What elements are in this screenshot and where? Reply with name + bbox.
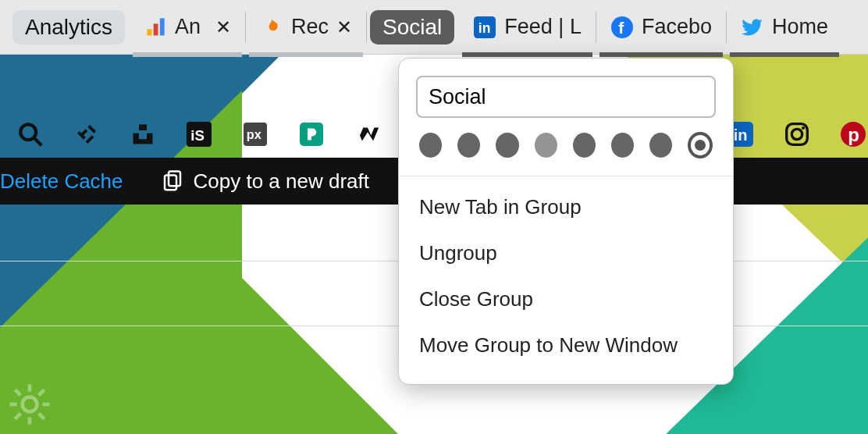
svg-rect-2	[160, 18, 165, 35]
pixabay-icon[interactable]: px	[240, 119, 270, 149]
tab-title: Feed | L	[504, 15, 582, 39]
tab-divider	[726, 12, 727, 43]
facebook-icon: f	[610, 16, 634, 39]
color-swatch[interactable]	[419, 133, 442, 158]
color-swatch[interactable]	[573, 133, 596, 158]
copy-to-draft-button[interactable]: Copy to a new draft	[151, 169, 379, 194]
svg-text:p: p	[848, 124, 859, 145]
svg-line-32	[39, 390, 44, 395]
group-color-picker	[399, 132, 733, 176]
pinterest-icon[interactable]: p	[838, 119, 868, 149]
svg-rect-22	[165, 176, 176, 190]
svg-line-31	[15, 414, 20, 419]
tabgroup-label-analytics[interactable]: Analytics	[12, 10, 125, 44]
tab-title: An	[175, 15, 208, 39]
menu-close-group[interactable]: Close Group	[399, 276, 733, 322]
instagram-icon[interactable]	[782, 119, 812, 149]
unsplash-icon[interactable]	[128, 119, 158, 149]
svg-point-19	[802, 126, 805, 130]
tab-social-facebook[interactable]: f Facebo	[599, 5, 723, 49]
menu-divider	[399, 176, 733, 176]
tabgroup-context-menu: New Tab in Group Ungroup Close Group Mov…	[398, 58, 734, 385]
svg-line-29	[15, 390, 20, 395]
decorative-triangle-green-left2	[133, 169, 422, 434]
gear-icon	[8, 382, 52, 426]
menu-move-to-new-window[interactable]: Move Group to New Window	[399, 322, 733, 368]
tab-divider	[366, 12, 367, 43]
tab-social-linkedin[interactable]: in Feed | L	[462, 5, 592, 49]
twitter-icon	[741, 16, 764, 39]
copy-pages-icon	[161, 169, 184, 193]
color-swatch[interactable]	[457, 133, 480, 158]
svg-point-7	[20, 124, 36, 140]
svg-rect-0	[148, 29, 152, 35]
action-label: Copy to a new draft	[194, 169, 369, 194]
search-icon[interactable]	[16, 119, 45, 149]
flame-icon	[260, 16, 283, 39]
action-label: Delete Cache	[0, 169, 123, 194]
color-swatch[interactable]	[649, 133, 672, 158]
tab-analytics-1[interactable]: An ✕	[133, 5, 242, 49]
svg-text:in: in	[478, 20, 491, 36]
tab-analytics-2[interactable]: Rec ✕	[249, 5, 363, 49]
svg-point-24	[23, 397, 37, 412]
color-swatch[interactable]	[535, 133, 557, 158]
color-swatch[interactable]	[496, 133, 518, 158]
svg-text:iS: iS	[190, 127, 205, 144]
close-icon[interactable]: ✕	[336, 16, 352, 38]
tab-title: Facebo	[642, 15, 712, 39]
svg-line-8	[34, 137, 41, 145]
tab-title: Home	[772, 15, 828, 39]
tab-divider	[596, 12, 596, 43]
svg-rect-23	[169, 172, 180, 187]
group-name-input[interactable]	[416, 76, 716, 118]
menu-new-tab-in-group[interactable]: New Tab in Group	[399, 184, 733, 230]
svg-line-30	[39, 414, 44, 419]
brand-w-icon[interactable]	[353, 119, 382, 149]
linkedin-icon: in	[473, 16, 496, 39]
pexels-icon[interactable]	[297, 119, 326, 149]
tab-social-twitter[interactable]: Home	[730, 5, 839, 49]
tabgroup-label-social[interactable]: Social	[370, 10, 454, 44]
svg-rect-1	[154, 23, 158, 35]
svg-point-18	[792, 129, 802, 139]
svg-text:px: px	[247, 127, 261, 141]
analytics-bars-icon	[144, 16, 167, 39]
color-swatch-selected[interactable]	[688, 132, 713, 158]
close-icon[interactable]: ✕	[215, 16, 231, 38]
tab-divider	[245, 12, 246, 43]
tabstrip: Analytics An ✕ Rec ✕ Social in Feed | L …	[0, 0, 868, 55]
svg-text:f: f	[618, 19, 624, 37]
tab-title: Rec	[291, 15, 329, 39]
svg-text:in: in	[734, 126, 748, 144]
color-swatch[interactable]	[611, 133, 634, 158]
istock-icon[interactable]: iS	[184, 119, 214, 149]
menu-ungroup[interactable]: Ungroup	[399, 230, 733, 276]
squarespace-icon[interactable]	[72, 119, 101, 149]
svg-rect-9	[139, 125, 147, 131]
delete-cache-button[interactable]: Delete Cache	[0, 169, 133, 194]
